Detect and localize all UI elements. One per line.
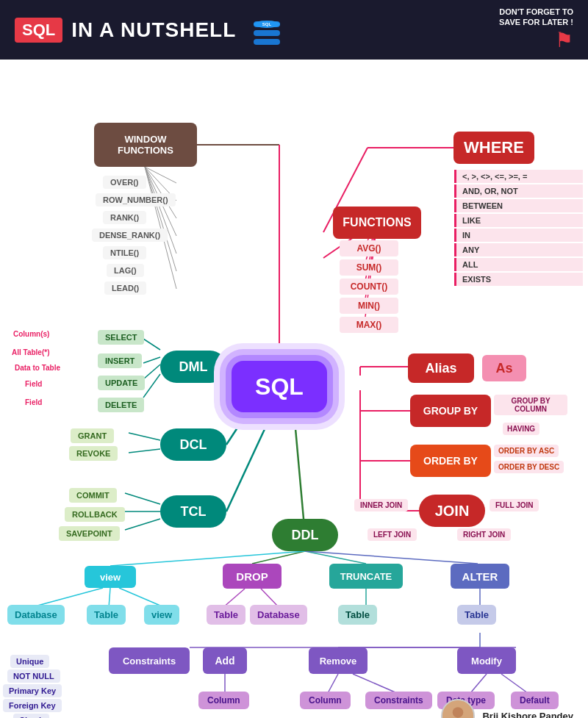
svg-line-21 xyxy=(226,398,279,511)
where-item-3: LIKE xyxy=(454,214,583,227)
svg-line-25 xyxy=(145,167,176,218)
view-database: Database xyxy=(7,605,65,625)
view-table: Table xyxy=(87,605,126,625)
header: SQL IN A NUTSHELL SQL DON'T FORGET TO SA… xyxy=(0,0,588,60)
diagram: SQL WINDOW FUNCTIONS OVER() ROW_NUMBER()… xyxy=(0,60,588,718)
where-item-1: AND, OR, NOT xyxy=(454,184,583,198)
svg-line-38 xyxy=(125,519,160,530)
ddl-box: DDL xyxy=(272,519,338,551)
bookmark-icon: ⚑ xyxy=(555,28,573,52)
dml-label-data: Data to Table xyxy=(15,364,60,372)
svg-line-57 xyxy=(328,674,338,693)
drop-box: DROP xyxy=(223,564,282,589)
alter-box: ALTER xyxy=(451,564,509,589)
svg-line-36 xyxy=(125,493,160,504)
join-box: JOIN xyxy=(419,495,485,527)
dml-box: DML xyxy=(160,351,226,383)
inner-join: INNER JOIN xyxy=(354,499,408,511)
where-item-7: EXISTS xyxy=(454,273,583,286)
cst-foreignkey: Foreign Key xyxy=(3,699,62,712)
wfn-over: OVER() xyxy=(103,176,146,189)
svg-line-22 xyxy=(294,412,305,535)
full-join: FULL JOIN xyxy=(490,499,539,511)
svg-rect-1 xyxy=(254,30,280,36)
wfn-denserank: DENSE_RANK() xyxy=(92,229,168,242)
svg-line-28 xyxy=(145,167,176,271)
ordby-asc: ORDER BY ASC xyxy=(494,445,559,457)
where-item-4: IN xyxy=(454,229,583,242)
svg-line-23 xyxy=(145,167,176,183)
window-functions-box: WINDOW FUNCTIONS xyxy=(94,123,197,167)
branding: Brij Kishore Pandey xyxy=(441,699,573,718)
drop-database: Database xyxy=(250,605,307,625)
tcl-rollback: ROLLBACK xyxy=(65,507,125,522)
orderby-box: ORDER BY xyxy=(410,445,491,477)
save-badge: DON'T FORGET TO SAVE FOR LATER ! ⚑ xyxy=(499,7,573,52)
remove-column: Column xyxy=(300,692,351,709)
brand-name: Brij Kishore Pandey xyxy=(482,711,573,719)
svg-line-29 xyxy=(145,167,176,289)
add-column: Column xyxy=(198,692,249,709)
add-box: Add xyxy=(203,647,247,674)
dml-label-columns: Column(s) xyxy=(13,330,49,338)
constraints-box: Constraints xyxy=(109,647,190,674)
wfn-ntile: NTILE() xyxy=(103,246,146,259)
fn-count: COUNT() xyxy=(340,279,398,295)
svg-line-58 xyxy=(353,674,397,693)
truncate-table: Table xyxy=(338,605,377,625)
tcl-commit: COMMIT xyxy=(69,488,117,503)
cst-notnull: NOT NULL xyxy=(7,669,60,683)
avatar xyxy=(441,699,475,718)
fn-max: MAX() xyxy=(340,317,398,333)
svg-line-39 xyxy=(252,551,305,564)
dcl-revoke: REVOKE xyxy=(69,446,118,461)
dcl-grant: GRANT xyxy=(71,428,114,443)
svg-line-33 xyxy=(143,374,160,398)
grpby-col: GROUP BY COLUMN xyxy=(494,395,567,415)
svg-line-40 xyxy=(305,551,366,564)
wfn-rank: RANK() xyxy=(103,211,146,224)
groupby-box: GROUP BY xyxy=(410,395,491,427)
wfn-rownumber: ROW_NUMBER() xyxy=(96,193,176,207)
dml-select: SELECT xyxy=(98,330,144,345)
svg-line-30 xyxy=(143,339,160,350)
where-item-5: ANY xyxy=(454,243,583,256)
remove-box: Remove xyxy=(309,647,368,674)
view-ddl-box: view xyxy=(85,566,136,588)
dcl-box: DCL xyxy=(160,428,226,461)
wfn-lead: LEAD() xyxy=(104,281,146,295)
fn-min: MIN() xyxy=(340,298,398,314)
dml-label-field2: Field xyxy=(25,398,42,406)
window-fn-label: WINDOW FUNCTIONS xyxy=(118,134,173,156)
svg-line-59 xyxy=(470,674,487,693)
svg-line-19 xyxy=(226,367,232,387)
where-item-0: <, >, <>, <=, >=, = xyxy=(454,170,583,183)
remove-constraints: Constraints xyxy=(365,692,432,709)
as-box: As xyxy=(482,355,526,381)
functions-box: FUNCTIONS xyxy=(333,207,421,239)
alter-table: Table xyxy=(457,605,496,625)
where-item-2: BETWEEN xyxy=(454,199,583,212)
dml-insert: INSERT xyxy=(98,353,142,368)
wfn-lag: LAG() xyxy=(107,264,144,277)
modify-box: Modify xyxy=(457,647,516,674)
fn-avg: AVG() xyxy=(340,240,398,256)
truncate-box: TRUNCATE xyxy=(329,564,403,589)
ordby-desc: ORDER BY DESC xyxy=(494,461,564,473)
cst-check: Check xyxy=(13,714,49,718)
svg-point-67 xyxy=(453,707,464,718)
dml-delete: DELETE xyxy=(98,398,144,412)
header-title: IN A NUTSHELL xyxy=(71,18,236,42)
save-line1: DON'T FORGET TO xyxy=(499,7,573,16)
view-view: view xyxy=(144,605,179,625)
drop-table: Table xyxy=(207,605,245,625)
dml-label-alltable: All Table(*) xyxy=(12,348,49,356)
right-join: RIGHT JOIN xyxy=(457,528,511,541)
tcl-savepoint: SAVEPOINT xyxy=(59,526,120,541)
left-join: LEFT JOIN xyxy=(368,528,417,541)
cst-primarykey: Primary Key xyxy=(3,684,62,697)
svg-line-31 xyxy=(143,357,160,363)
svg-line-34 xyxy=(129,433,160,440)
dml-update: UPDATE xyxy=(98,376,145,390)
svg-rect-2 xyxy=(254,39,280,45)
